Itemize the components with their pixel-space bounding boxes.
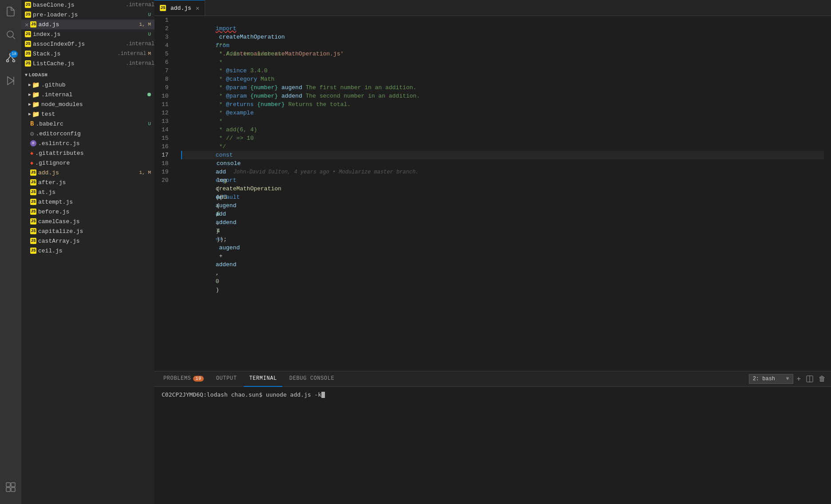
file-name: baseClone.js [33,2,123,8]
file-item-baseClone[interactable]: JS baseClone.js .internal [21,0,154,10]
js-file-icon: JS [30,218,36,224]
search-icon[interactable] [3,27,19,43]
file-gitignore[interactable]: ◆ .gitignore [21,158,154,168]
folder-internal[interactable]: ▶ 📁 .internal [21,90,154,99]
js-file-icon: JS [30,179,36,185]
code-line-12: * [181,109,824,117]
line-numbers: 1 2 3 4 5 6 7 8 9 10 11 12 13 14 15 16 1… [154,16,174,371]
close-icon[interactable]: ✕ [25,21,28,28]
folder-test[interactable]: ▶ 📁 test [21,109,154,119]
file-name: assocIndexOf.js [33,41,123,47]
folder-github[interactable]: ▶ 📁 .github [21,80,154,90]
file-name: .eslintrc.js [38,140,154,147]
file-gitattributes[interactable]: ◆ .gitattributes [21,148,154,158]
terminal-body[interactable]: C02CP2JYMD6Q:lodash chao.sun$ uunode add… [154,387,831,504]
code-line-8: * @param {number} augend The first numbe… [181,75,824,83]
js-file-icon: JS [25,31,31,37]
tab-terminal[interactable]: TERMINAL [244,371,282,387]
js-file-icon: JS [25,60,31,67]
file-eslintrc[interactable]: e .eslintrc.js [21,138,154,148]
files-icon[interactable] [3,4,19,20]
folder-name: node_modules [41,101,154,108]
folder-icon: 📁 [32,91,40,98]
file-item-assocIndexOf[interactable]: JS assocIndexOf.js .internal [21,39,154,49]
code-line-13: * add(6, 4) [181,117,824,126]
file-item-before[interactable]: JS before.js [21,207,154,217]
file-item-camelcase[interactable]: JS camelCase.js [21,217,154,226]
file-editorconfig[interactable]: ⚙ .editorconfig [21,129,154,138]
file-item-stack[interactable]: JS Stack.js .internal M [21,49,154,59]
tab-debug-console[interactable]: DEBUG CONSOLE [284,371,340,387]
lodash-label: LODASH [29,72,48,78]
file-modified-badge: M [148,51,151,56]
js-file-icon: JS [30,209,36,215]
file-item-attempt[interactable]: JS attempt.js [21,197,154,207]
folder-icon: 📁 [32,110,40,118]
file-item-listcache[interactable]: JS ListCache.js .internal [21,59,154,68]
file-item-preloader[interactable]: JS pre-loader.js U [21,10,154,20]
file-name: attempt.js [38,199,154,205]
debug-label: DEBUG CONSOLE [289,375,334,382]
code-line-14: * // => 10 [181,126,824,134]
file-item-add-active[interactable]: ✕ JS add.js 1, M [21,20,154,29]
source-control-icon[interactable]: 18 [3,50,19,66]
js-file-icon: JS [30,248,36,254]
folder-nodemodules[interactable]: ▶ 📁 node_modules [21,99,154,109]
code-line-20 [181,176,824,185]
js-tab-icon: JS [160,5,166,11]
shell-selector-dropdown[interactable]: 2: bash ▼ [749,374,793,384]
folder-name: .github [41,82,154,88]
run-icon[interactable] [3,73,19,89]
file-name: after.js [38,179,154,186]
file-item-add-lodash[interactable]: JS add.js 1, M [21,168,154,177]
tab-problems[interactable]: PROBLEMS 19 [158,371,209,387]
terminal-area: PROBLEMS 19 OUTPUT TERMINAL DEBUG CONSOL… [154,371,831,504]
js-file-icon: JS [30,21,36,28]
file-name: pre-loader.js [33,12,148,18]
js-file-icon: JS [25,12,31,18]
file-item-at[interactable]: JS at.js [21,187,154,197]
file-name: at.js [38,189,154,196]
git-icon: ◆ [30,160,33,166]
file-tabs: JS add.js ✕ [154,0,831,16]
sidebar-content: JS baseClone.js .internal JS pre-loader.… [21,0,154,504]
code-line-18: John-David Dalton, 4 years ago • Modular… [181,159,824,168]
svg-marker-7 [8,77,14,85]
file-item-index[interactable]: JS index.js U [21,29,154,39]
file-name: .babelrc [36,121,148,127]
tab-add-js[interactable]: JS add.js ✕ [154,0,205,16]
code-line-4: * Adds two numbers. [181,41,824,50]
file-modified-badge: 1, M [139,170,151,175]
file-item-after[interactable]: JS after.js [21,177,154,187]
expand-arrow: ▶ [28,102,31,107]
shell-selector-label: 2: bash [753,376,775,382]
file-name: castArray.js [38,238,154,244]
gear-icon: ⚙ [30,130,34,138]
terminal-label: TERMINAL [249,375,277,382]
editor: 1 2 3 4 5 6 7 8 9 10 11 12 13 14 15 16 1… [154,16,831,371]
js-file-icon: JS [30,228,36,234]
file-item-ceil[interactable]: JS ceil.js [21,246,154,256]
file-item-capitalize[interactable]: JS capitalize.js [21,226,154,236]
kill-terminal-button[interactable]: 🗑 [817,374,827,384]
split-terminal-button[interactable] [804,374,815,383]
new-terminal-button[interactable]: + [795,374,803,384]
svg-rect-10 [11,483,15,487]
tab-close-icon[interactable]: ✕ [196,4,199,12]
svg-point-0 [7,31,13,37]
file-item-castarray[interactable]: JS castArray.js [21,236,154,246]
extensions-icon[interactable] [3,479,19,495]
code-content: import createMathOperation from './.inte… [174,16,831,371]
sidebar: JS baseClone.js .internal JS pre-loader.… [21,0,154,504]
tab-output[interactable]: OUTPUT [211,371,242,387]
code-area: 1 2 3 4 5 6 7 8 9 10 11 12 13 14 15 16 1… [154,16,831,371]
folder-name: .internal [41,91,147,98]
lodash-section-header[interactable]: ▼ LODASH [21,70,154,80]
terminal-prompt-line: C02CP2JYMD6Q:lodash chao.sun$ uunode add… [162,390,824,399]
file-babelrc[interactable]: B .babelrc U [21,119,154,129]
file-name: capitalize.js [38,228,154,235]
file-untracked-badge: U [148,32,151,37]
file-modified-badge: 1, M [139,22,151,27]
git-icon: ◆ [30,150,33,157]
code-line-16: const add = createMathOperation (( augen… [181,142,824,151]
